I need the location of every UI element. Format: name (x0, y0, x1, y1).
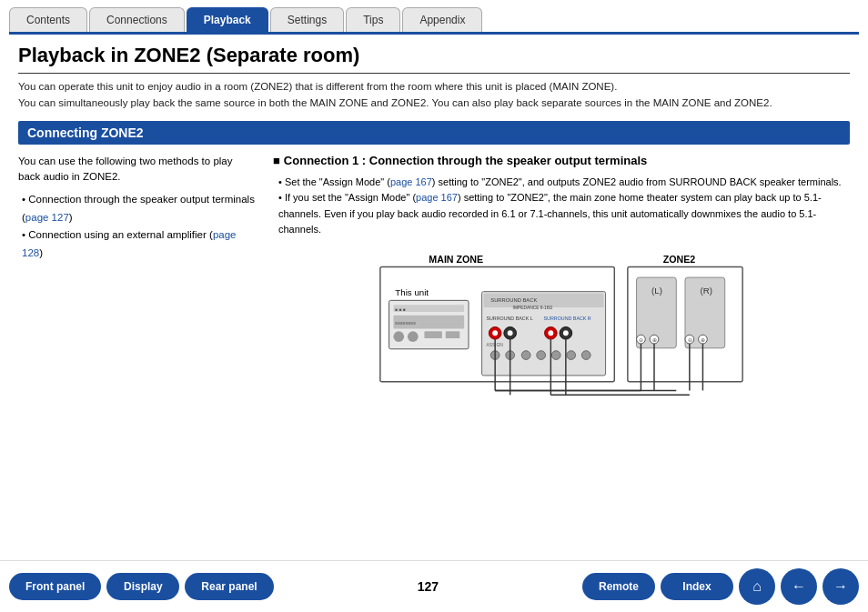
svg-text:■ ■ ■: ■ ■ ■ (395, 307, 406, 312)
left-column: You can use the following two methods to… (18, 154, 255, 404)
content-columns: You can use the following two methods to… (18, 154, 850, 404)
index-button[interactable]: Index (661, 573, 733, 600)
page-title: Playback in ZONE2 (Separate room) (18, 44, 850, 74)
svg-text:SURROUND BACK: SURROUND BACK (490, 297, 537, 303)
svg-rect-10 (424, 331, 441, 338)
svg-point-21 (508, 330, 513, 336)
footer: Front panel Display Rear panel 127 Remot… (0, 560, 868, 612)
svg-text:⊖: ⊖ (639, 337, 643, 343)
svg-text:ZONE2: ZONE2 (663, 254, 696, 265)
tab-connections[interactable]: Connections (89, 7, 185, 32)
left-intro: You can use the following two methods to… (18, 154, 255, 186)
svg-point-23 (548, 330, 553, 336)
page127-link[interactable]: page 127 (25, 212, 69, 223)
back-button[interactable]: ← (781, 568, 817, 605)
remote-button[interactable]: Remote (582, 573, 655, 600)
tab-contents[interactable]: Contents (9, 7, 87, 32)
page167-link-2[interactable]: page 167 (416, 192, 458, 203)
intro-text: You can operate this unit to enjoy audio… (18, 79, 850, 112)
svg-text:(L): (L) (651, 286, 662, 296)
svg-rect-8 (393, 331, 404, 342)
svg-rect-11 (446, 331, 460, 338)
conn1-bullet-2: If you set the "Assign Mode" (page 167) … (278, 190, 850, 238)
nav-tabs: Contents Connections Playback Settings T… (0, 0, 868, 32)
tab-tips[interactable]: Tips (346, 7, 400, 32)
svg-text:⊖: ⊖ (688, 337, 692, 343)
svg-rect-9 (408, 331, 419, 342)
svg-text:SURROUND BACK L: SURROUND BACK L (486, 316, 532, 321)
svg-point-19 (492, 330, 498, 336)
svg-point-25 (563, 330, 569, 336)
svg-text:⊕: ⊕ (652, 337, 657, 343)
svg-text:SURROUND BACK R: SURROUND BACK R (544, 316, 591, 321)
rear-panel-button[interactable]: Rear panel (185, 573, 273, 600)
diagram-container: MAIN ZONE This unit ■ ■ ■ ≡≡≡≡≡≡≡≡ (273, 249, 850, 404)
svg-text:MAIN ZONE: MAIN ZONE (429, 254, 483, 265)
conn1-bullet-1: Set the "Assign Mode" (page 167) setting… (278, 175, 850, 191)
tab-appendix[interactable]: Appendix (402, 7, 482, 32)
section-heading: Connecting ZONE2 (18, 121, 850, 145)
conn1-heading: Connection 1 : Connection through the sp… (273, 154, 850, 167)
conn1-bullets: Set the "Assign Mode" (page 167) setting… (273, 175, 850, 238)
front-panel-button[interactable]: Front panel (9, 573, 101, 600)
list-item: Connection using an external amplifier (… (22, 226, 255, 262)
forward-button[interactable]: → (823, 568, 859, 605)
page-number: 127 (279, 579, 577, 594)
svg-text:IMPEDANCE 6-16Ω: IMPEDANCE 6-16Ω (513, 306, 553, 310)
svg-text:This unit: This unit (395, 287, 429, 297)
connection-diagram: MAIN ZONE This unit ■ ■ ■ ≡≡≡≡≡≡≡≡ (370, 249, 752, 404)
tab-settings[interactable]: Settings (270, 7, 344, 32)
page128-link[interactable]: page 128 (22, 229, 236, 258)
svg-point-30 (551, 351, 560, 360)
svg-text:≡≡≡≡≡≡≡≡: ≡≡≡≡≡≡≡≡ (395, 321, 416, 326)
left-list: Connection through the speaker output te… (18, 191, 255, 262)
right-column: Connection 1 : Connection through the sp… (273, 154, 850, 404)
tab-playback[interactable]: Playback (187, 7, 268, 32)
svg-point-28 (521, 351, 530, 360)
svg-point-29 (537, 351, 546, 360)
list-item: Connection through the speaker output te… (22, 191, 255, 226)
home-button[interactable]: ⌂ (739, 568, 775, 605)
svg-point-31 (567, 351, 576, 360)
svg-text:⊕: ⊕ (701, 337, 705, 343)
display-button[interactable]: Display (106, 573, 179, 600)
svg-text:(R): (R) (701, 286, 712, 296)
page167-link-1[interactable]: page 167 (390, 176, 432, 187)
svg-point-32 (581, 351, 590, 360)
